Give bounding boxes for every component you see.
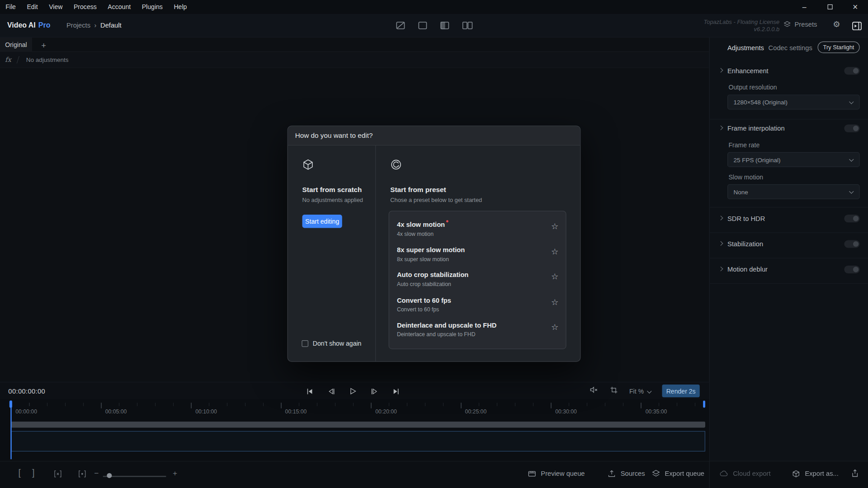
playhead-handle[interactable] <box>9 401 12 408</box>
sdr-to-hdr-label: SDR to HDR <box>727 215 765 222</box>
try-starlight-button[interactable]: Try Starlight <box>817 42 859 53</box>
menu-process[interactable]: Process <box>68 0 102 14</box>
output-resolution-value: 1280×548 (Original) <box>733 99 787 106</box>
preset-item[interactable]: 4x slow motion 4x slow motion ☆ <box>389 215 566 240</box>
view-original-icon[interactable] <box>418 20 427 31</box>
dont-show-again-row[interactable]: Don't show again <box>302 340 361 347</box>
menu-help[interactable]: Help <box>168 0 192 14</box>
favorite-star-icon[interactable]: ☆ <box>551 272 558 282</box>
separator <box>710 283 868 284</box>
chevron-down-icon <box>849 157 854 161</box>
panel-toggle-icon <box>851 20 863 32</box>
menu-view[interactable]: View <box>43 0 68 14</box>
share-button[interactable] <box>850 469 860 480</box>
maximize-icon <box>827 5 832 9</box>
tab-bar: Original + <box>0 38 709 52</box>
menu-account[interactable]: Account <box>102 0 136 14</box>
sdr-to-hdr-toggle[interactable] <box>844 215 859 222</box>
preview-queue-button[interactable]: Preview queue <box>528 469 585 478</box>
crop-icon[interactable] <box>609 385 618 396</box>
export-as-button[interactable]: Export as... <box>792 469 839 478</box>
toggle-right-panel-button[interactable] <box>850 19 864 33</box>
dialog-header: How do you want to edit? <box>288 126 580 145</box>
export-queue-icon <box>651 469 660 478</box>
breadcrumb-default[interactable]: Default <box>100 22 122 29</box>
mute-icon[interactable] <box>589 385 599 397</box>
timeline-zoom-slider[interactable] <box>103 476 166 477</box>
zoom-out-button[interactable]: − <box>94 469 99 478</box>
favorite-star-icon[interactable]: ☆ <box>551 221 558 231</box>
enhancement-toggle[interactable] <box>844 67 859 75</box>
focus-playhead-button[interactable] <box>77 469 87 481</box>
view-split-icon[interactable] <box>440 20 449 31</box>
enhancement-label: Enhancement <box>727 67 769 75</box>
previous-frame-button[interactable] <box>325 385 337 397</box>
footer-bar: [ ] − + Preview queue Sources Export que… <box>0 461 868 488</box>
skip-to-start-button[interactable] <box>303 385 316 397</box>
menu-file[interactable]: File <box>0 0 21 14</box>
dont-show-again-checkbox[interactable] <box>302 340 308 347</box>
view-single-icon[interactable] <box>396 20 406 31</box>
preset-item[interactable]: 8x super slow motion 8x super slow motio… <box>389 240 566 265</box>
timeline[interactable]: 00:00:00 00:05:00 00:10:00 00:15:00 00:2… <box>0 399 709 461</box>
output-resolution-label: Output resolution <box>728 84 777 91</box>
minimize-button[interactable]: – <box>792 0 817 14</box>
timeline-scrollbar[interactable] <box>11 422 705 427</box>
transport-controls <box>303 385 402 397</box>
playhead-line <box>10 401 11 460</box>
next-frame-button[interactable] <box>368 385 380 397</box>
playback-right-controls: Fit % Render 2s <box>589 385 700 397</box>
start-editing-button[interactable]: Start editing <box>302 215 342 228</box>
section-stabilization[interactable]: Stabilization <box>710 239 868 249</box>
set-out-point-button[interactable]: ] <box>32 468 34 478</box>
section-sdr-to-hdr[interactable]: SDR to HDR <box>710 214 868 223</box>
video-track[interactable] <box>11 431 705 451</box>
frame-rate-label: Frame rate <box>728 141 760 148</box>
clear-trim-button[interactable] <box>53 469 63 481</box>
add-tab-button[interactable]: + <box>38 39 50 51</box>
menu-edit[interactable]: Edit <box>21 0 43 14</box>
favorite-star-icon[interactable]: ☆ <box>551 322 558 332</box>
out-point-marker[interactable] <box>703 401 705 408</box>
tick-label: 00:05:00 <box>105 408 127 414</box>
presets-button[interactable]: Presets <box>783 20 817 28</box>
menu-plugins[interactable]: Plugins <box>136 0 168 14</box>
tick-label: 00:25:00 <box>465 408 487 414</box>
tab-original[interactable]: Original <box>0 38 32 52</box>
tab-codec-settings[interactable]: Codec settings <box>769 44 812 52</box>
view-side-by-side-icon[interactable] <box>462 20 472 31</box>
favorite-star-icon[interactable]: ☆ <box>551 297 558 307</box>
export-queue-button[interactable]: Export queue <box>651 469 704 478</box>
breadcrumb-projects[interactable]: Projects <box>66 22 90 29</box>
stabilization-toggle[interactable] <box>844 240 859 248</box>
sources-button[interactable]: Sources <box>607 469 645 478</box>
preset-item[interactable]: Auto crop stabilization Auto crop stabil… <box>389 265 566 291</box>
motion-deblur-toggle[interactable] <box>844 266 859 273</box>
play-button[interactable] <box>347 385 359 397</box>
frame-interpolation-toggle[interactable] <box>844 125 859 132</box>
render-button[interactable]: Render 2s <box>662 385 699 397</box>
slow-motion-dropdown[interactable]: None <box>727 184 860 199</box>
zoom-fit-dropdown[interactable]: Fit % <box>629 388 651 394</box>
skip-to-end-button[interactable] <box>390 385 402 397</box>
output-resolution-dropdown[interactable]: 1280×548 (Original) <box>727 94 860 109</box>
export-box-icon <box>792 469 801 478</box>
tab-adjustments[interactable]: Adjustments <box>727 44 764 52</box>
section-enhancement[interactable]: Enhancement <box>710 66 868 75</box>
favorite-star-icon[interactable]: ☆ <box>551 247 558 257</box>
app-brand: Video AIPro <box>7 21 50 29</box>
cloud-export-button[interactable]: Cloud export <box>720 469 771 478</box>
preset-item[interactable]: Deinterlace and upscale to FHD Deinterla… <box>389 315 566 341</box>
maximize-button[interactable] <box>817 0 842 14</box>
playback-bar: 00:00:00:00 Fit % Render 2s <box>0 382 709 399</box>
section-frame-interpolation[interactable]: Frame interpolation <box>710 124 868 133</box>
preset-item[interactable]: Convert to 60 fps Convert to 60 fps ☆ <box>389 290 566 315</box>
section-motion-deblur[interactable]: Motion deblur <box>710 265 868 274</box>
settings-gear-icon[interactable]: ⚙ <box>833 19 840 29</box>
set-in-point-button[interactable]: [ <box>18 468 20 478</box>
close-button[interactable]: × <box>843 0 868 14</box>
zoom-slider-knob[interactable] <box>107 473 112 478</box>
frame-rate-dropdown[interactable]: 25 FPS (Original) <box>727 152 860 167</box>
current-timecode: 00:00:00:00 <box>8 387 45 395</box>
zoom-in-button[interactable]: + <box>173 469 177 478</box>
